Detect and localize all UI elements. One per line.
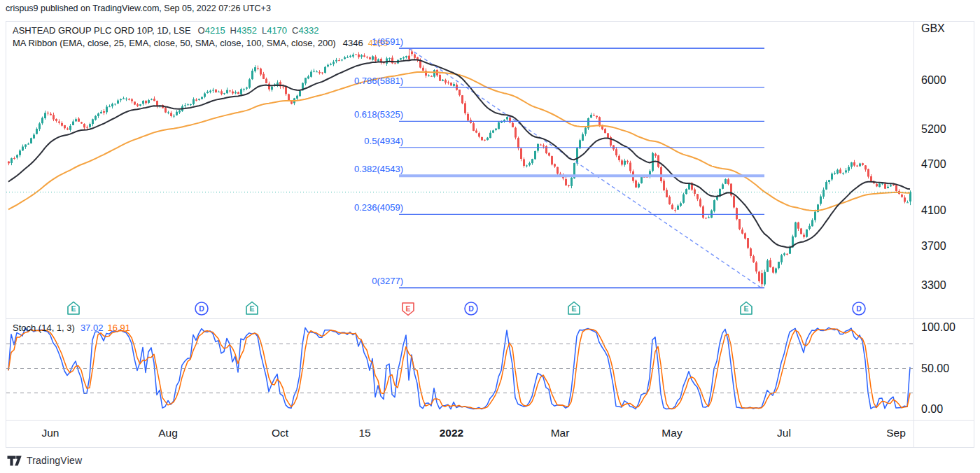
fib-label-1: 1(6591) xyxy=(291,36,403,47)
symbol-title: ASHTEAD GROUP PLC ORD 10P, 1D, LSE xyxy=(13,25,191,36)
fib-label-0.618: 0.618(5325) xyxy=(291,109,403,120)
dividend-badge[interactable]: D xyxy=(195,302,208,315)
footer[interactable]: TradingView xyxy=(7,455,82,466)
indicator-title: MA Ribbon (EMA, close, 25, EMA, close, 5… xyxy=(13,38,336,48)
brand-name: TradingView xyxy=(27,455,82,466)
dividend-badge[interactable]: D xyxy=(853,302,865,315)
price-tick-3700[interactable]: 3700 xyxy=(921,240,946,253)
stoch-k-value: 37.02 xyxy=(80,323,104,333)
published-caption: crispus9 published on TradingView.com, S… xyxy=(6,3,271,13)
dividend-badge[interactable]: D xyxy=(465,302,477,315)
ohlc-C: C4332 xyxy=(292,25,318,36)
earnings-down-badge[interactable]: E xyxy=(402,303,414,316)
stoch-title: Stoch (14, 1, 3) xyxy=(13,323,75,333)
svg-text:D: D xyxy=(468,304,474,313)
earnings-up-badge[interactable]: E xyxy=(68,302,79,315)
stoch-tick-50[interactable]: 50.00 xyxy=(921,362,949,375)
svg-text:E: E xyxy=(71,304,76,313)
earnings-up-badge[interactable]: E xyxy=(246,302,258,315)
stoch-legend[interactable]: Stoch (14, 1, 3)37.0216.91 xyxy=(13,323,130,333)
stoch-d-value: 16.91 xyxy=(107,323,130,333)
symbol-legend[interactable]: ASHTEAD GROUP PLC ORD 10P, 1D, LSEO4215H… xyxy=(13,25,323,36)
price-tick-4100[interactable]: 4100 xyxy=(921,204,946,217)
ohlc-L: L4170 xyxy=(262,25,287,36)
fib-label-0.786: 0.786(5881) xyxy=(291,76,403,86)
price-tick-6000[interactable]: 6000 xyxy=(921,74,946,87)
svg-text:E: E xyxy=(743,304,748,313)
earnings-up-badge[interactable]: E xyxy=(568,302,580,315)
fib-label-0.236: 0.236(4059) xyxy=(291,202,403,213)
earnings-up-badge[interactable]: E xyxy=(741,302,752,315)
svg-text:D: D xyxy=(199,304,204,313)
fib-label-0.382: 0.382(4543) xyxy=(291,164,403,174)
price-axis-unit[interactable]: GBX xyxy=(921,22,945,35)
svg-text:E: E xyxy=(249,304,254,313)
fib-label-0: 0(3277) xyxy=(291,276,403,286)
svg-text:E: E xyxy=(405,304,410,313)
svg-text:E: E xyxy=(571,304,576,313)
svg-text:D: D xyxy=(856,304,862,313)
price-tick-3300[interactable]: 3300 xyxy=(921,279,946,292)
chart-widget: EDEEDEED crispus9 published on TradingVi… xyxy=(0,0,980,473)
ohlc-O: O4215 xyxy=(198,25,225,36)
price-tick-4700[interactable]: 4700 xyxy=(921,158,946,171)
price-tick-5200[interactable]: 5200 xyxy=(921,123,946,136)
chart-canvas[interactable]: EDEEDEED xyxy=(0,0,980,473)
stoch-tick-100[interactable]: 100.00 xyxy=(921,321,955,334)
fib-label-0.5: 0.5(4934) xyxy=(291,136,403,146)
tradingview-logo-icon xyxy=(7,456,22,466)
ohlc-H: H4352 xyxy=(230,25,257,36)
stoch-tick-0[interactable]: 0.00 xyxy=(921,403,943,416)
